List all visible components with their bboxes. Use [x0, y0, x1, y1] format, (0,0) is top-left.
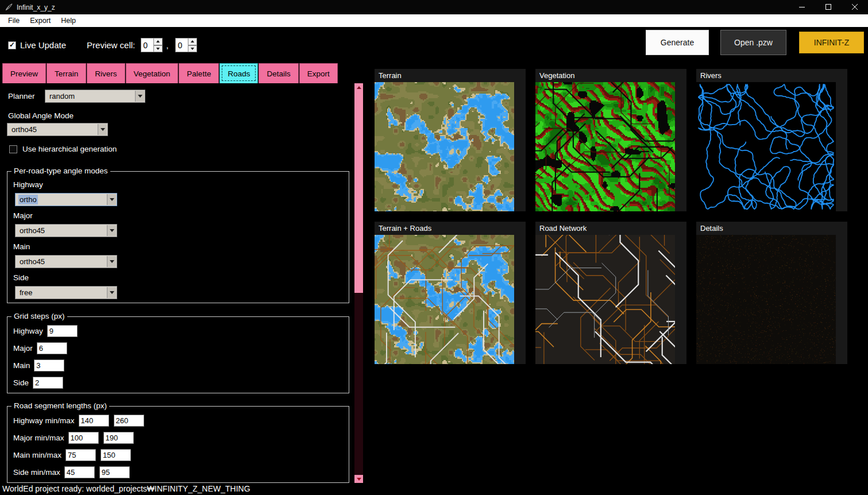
spin-down-icon[interactable]	[188, 45, 197, 53]
terrain-roads-preview-image	[375, 235, 514, 364]
global-angle-label: Global Angle Mode	[8, 111, 74, 120]
main-max-input[interactable]	[101, 449, 131, 461]
grid-major-input[interactable]	[37, 342, 67, 354]
preview-cell-x-spinner	[141, 38, 163, 52]
preview-cell-y-input[interactable]	[175, 38, 188, 52]
vegetation-preview-image	[535, 82, 675, 211]
angle-modes-group: Per-road-type angle modes Highway ortho …	[7, 171, 349, 303]
side-angle-dropdown[interactable]: free	[15, 286, 117, 299]
close-button[interactable]	[842, 0, 868, 14]
grid-main-input[interactable]	[34, 359, 64, 372]
major-angle-label: Major	[13, 211, 33, 220]
status-text: WorldEd project ready: worlded_projects₩…	[2, 484, 250, 493]
app-icon	[5, 3, 13, 11]
terrain-preview-image	[375, 82, 514, 211]
hierarchical-checkbox[interactable]	[9, 145, 17, 153]
main-angle-dropdown[interactable]: ortho45	[15, 255, 117, 268]
preview-cell-x-input[interactable]	[141, 38, 154, 52]
status-bar: WorldEd project ready: worlded_projects₩…	[0, 483, 868, 495]
scrollbar-thumb[interactable]	[354, 92, 363, 293]
highway-max-input[interactable]	[114, 415, 144, 427]
cell-separator: ,	[166, 40, 168, 50]
preview-label: Rivers	[696, 69, 847, 82]
window-title: Infinit_x_y_z	[17, 3, 55, 11]
preview-label: Details	[696, 222, 847, 235]
chevron-down-icon[interactable]	[107, 256, 116, 267]
major-angle-dropdown[interactable]: ortho45	[15, 224, 117, 237]
tab-vegetation[interactable]: Vegetation	[126, 63, 179, 83]
side-minmax-label: Side min/max	[13, 468, 60, 477]
preview-area: Terrain Vegetation Rivers Terrain + Road…	[375, 69, 847, 364]
panel-scrollbar[interactable]	[354, 83, 363, 484]
main-minmax-label: Main min/max	[13, 451, 61, 459]
generate-button[interactable]: Generate	[646, 30, 709, 55]
preview-tile-details: Details	[696, 222, 847, 364]
open-pzw-button[interactable]: Open .pzw	[720, 30, 786, 55]
preview-tile-rivers: Rivers	[696, 69, 847, 211]
preview-label: Terrain + Roads	[375, 222, 526, 235]
grid-highway-input[interactable]	[47, 325, 78, 337]
highway-min-input[interactable]	[79, 415, 109, 427]
grid-highway-label: Highway	[13, 327, 43, 335]
spin-up-icon[interactable]	[154, 38, 163, 45]
tab-rivers[interactable]: Rivers	[87, 63, 125, 83]
angle-modes-group-title: Per-road-type angle modes	[11, 167, 110, 175]
main-angle-label: Main	[13, 242, 30, 251]
infinit-z-button[interactable]: INFINIT-Z	[799, 32, 864, 53]
minimize-button[interactable]	[789, 0, 815, 14]
segment-lengths-group-title: Road segment lengths (px)	[11, 401, 109, 410]
live-update-checkbox[interactable]	[8, 41, 16, 49]
app-window: Infinit_x_y_z File Export Help Live Upda…	[0, 0, 868, 495]
main-min-input[interactable]	[65, 449, 96, 461]
rivers-preview-image	[696, 82, 836, 211]
menu-file[interactable]: File	[3, 14, 25, 27]
preview-tile-road-network: Road Network	[535, 222, 686, 364]
highway-angle-dropdown[interactable]: ortho	[15, 193, 117, 206]
details-preview-image	[696, 235, 836, 364]
grid-side-input[interactable]	[33, 377, 63, 389]
grid-side-label: Side	[13, 378, 29, 387]
grid-steps-group-title: Grid steps (px)	[11, 312, 67, 320]
hierarchical-label: Use hierarchical generation	[22, 145, 117, 153]
preview-tile-terrain: Terrain	[375, 69, 526, 211]
planner-dropdown[interactable]: random	[45, 90, 145, 103]
preview-label: Road Network	[535, 222, 686, 235]
scroll-down-icon[interactable]	[354, 475, 363, 484]
maximize-button[interactable]	[815, 0, 842, 14]
scroll-up-icon[interactable]	[354, 83, 363, 92]
preview-cell-y-spinner	[175, 38, 197, 52]
spin-down-icon[interactable]	[154, 45, 163, 53]
major-minmax-label: Major min/max	[13, 434, 64, 442]
window-controls	[789, 0, 868, 14]
chevron-down-icon[interactable]	[107, 225, 116, 236]
spin-up-icon[interactable]	[188, 38, 197, 45]
major-max-input[interactable]	[103, 432, 134, 444]
chevron-down-icon[interactable]	[98, 124, 107, 135]
highway-angle-label: Highway	[13, 180, 43, 189]
tab-terrain[interactable]: Terrain	[47, 63, 86, 83]
menu-export[interactable]: Export	[25, 14, 56, 27]
highway-minmax-label: Highway min/max	[13, 416, 75, 425]
tab-palette[interactable]: Palette	[179, 63, 219, 83]
menu-help[interactable]: Help	[56, 14, 81, 27]
side-min-input[interactable]	[64, 466, 95, 478]
chevron-down-icon[interactable]	[135, 91, 144, 102]
road-network-preview-image	[535, 235, 675, 364]
side-max-input[interactable]	[99, 466, 130, 478]
chevron-down-icon[interactable]	[107, 194, 116, 205]
major-min-input[interactable]	[68, 432, 99, 444]
live-update-label: Live Update	[20, 40, 66, 50]
grid-major-label: Major	[13, 344, 33, 353]
title-bar: Infinit_x_y_z	[0, 0, 868, 14]
tab-roads[interactable]: Roads	[219, 63, 258, 83]
tab-export[interactable]: Export	[299, 63, 338, 83]
preview-label: Vegetation	[535, 69, 686, 82]
chevron-down-icon[interactable]	[107, 287, 116, 298]
global-angle-dropdown[interactable]: ortho45	[7, 123, 108, 136]
tab-details[interactable]: Details	[259, 63, 298, 83]
side-angle-label: Side	[13, 273, 29, 282]
tab-preview[interactable]: Preview	[2, 63, 46, 83]
preview-label: Terrain	[375, 69, 526, 82]
roads-settings-panel: Planner random Global Angle Mode ortho45…	[5, 86, 352, 483]
hierarchical-row: Use hierarchical generation	[9, 145, 117, 153]
